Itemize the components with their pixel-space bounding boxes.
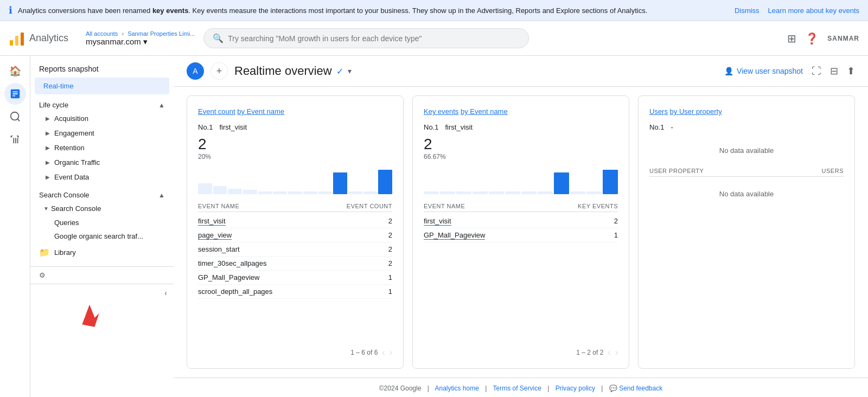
library-icon: 📁 [39, 247, 50, 258]
key-event-name-label[interactable]: Event name [470, 107, 507, 116]
ke-next-page-button[interactable]: › [615, 348, 618, 357]
event-name-label[interactable]: Event name [247, 107, 284, 116]
sidebar-collapse-button[interactable]: ‹ [30, 284, 174, 302]
key-events-pagination: 1 – 2 of 2 ‹ › [424, 343, 618, 357]
sidebar-item-library[interactable]: 📁 Library [30, 243, 174, 262]
realtime-nav-item[interactable]: Real-time [35, 78, 169, 94]
bar-1 [198, 183, 212, 194]
fullscreen-icon[interactable]: ⛶ [812, 66, 821, 77]
key-events-label[interactable]: Key events [424, 107, 458, 116]
search-input[interactable] [228, 34, 520, 43]
title-dropdown-icon[interactable]: ▾ [348, 67, 352, 75]
terms-link[interactable]: Terms of Service [493, 385, 541, 392]
table-row: first_visit 2 [424, 214, 618, 228]
search-console-parent[interactable]: ▼ Search Console [30, 201, 174, 216]
explore-nav-icon[interactable] [4, 106, 26, 127]
help-icon[interactable]: ❓ [805, 32, 819, 45]
snapshot-person-icon: 👤 [724, 67, 733, 75]
mini-bar-chart [198, 167, 392, 194]
search-console-chevron-icon: ▲ [158, 191, 165, 199]
event-count-label[interactable]: Event count [198, 107, 235, 116]
sidebar-item-event-data[interactable]: ▶ Event Data [30, 170, 174, 184]
col-key-events: KEY EVENTS [578, 203, 618, 209]
ke-prev-page-button[interactable]: ‹ [608, 348, 610, 357]
ke-bar-2 [440, 191, 455, 194]
ke-bar-highlight-1 [554, 172, 569, 194]
lifecycle-section-header[interactable]: Life cycle ▲ [30, 94, 174, 111]
key-events-card-title: Key events by Event name [424, 107, 618, 117]
content-header-right: 👤 View user snapshot ⛶ ⊟ ⬆ [724, 65, 855, 77]
add-comparison-button[interactable]: + [210, 62, 228, 80]
row-val-2: 2 [388, 231, 392, 239]
ke-bar-10 [570, 191, 585, 194]
dismiss-button[interactable]: Dismiss [735, 7, 760, 15]
table-row: session_start 2 [198, 242, 392, 257]
bar-6 [273, 191, 287, 194]
prev-page-button[interactable]: ‹ [382, 348, 385, 357]
breadcrumb: All accounts › Sanmar Properties Limi... [86, 30, 195, 37]
share-icon[interactable]: ⬆ [847, 65, 855, 77]
sidebar-item-google-organic[interactable]: Google organic search traf... [30, 229, 174, 243]
advertising-nav-icon[interactable] [4, 129, 26, 150]
event-count-metric: 2 [198, 136, 392, 153]
ke-bar-5 [489, 191, 504, 194]
ke-val-1: 2 [614, 217, 618, 225]
reports-nav-icon[interactable] [4, 83, 26, 105]
users-card: Users by User property No.1 - No data av… [638, 95, 855, 369]
compare-columns-icon[interactable]: ⊟ [830, 65, 838, 77]
svg-point-3 [10, 112, 18, 120]
global-search[interactable]: 🔍 [203, 28, 529, 48]
user-property-label[interactable]: User property [679, 107, 722, 116]
banner-text: Analytics conversions have been renamed … [18, 7, 729, 15]
search-console-section-header[interactable]: Search Console ▲ [30, 184, 174, 201]
row-name-first-visit: first_visit [198, 217, 226, 225]
acquisition-label: Acquisition [54, 114, 88, 123]
main-layout: 🏠 Reports snapshot Real-time Life cycle … [0, 56, 868, 397]
table-row: GP_Mall_Pageview 1 [198, 271, 392, 285]
event-count-card: Event count by Event name No.1 first_vis… [187, 95, 404, 369]
key-events-pct: 66.67% [424, 153, 618, 161]
ke-val-2: 1 [614, 231, 618, 239]
ke-bar-8 [538, 191, 553, 194]
col-users: USERS [822, 168, 844, 174]
home-nav-icon[interactable]: 🏠 [4, 60, 26, 82]
sanmar-logo: SANMAR [827, 35, 859, 42]
property-selector[interactable]: mysanmar.com ▾ [86, 37, 195, 47]
sidebar-item-retention[interactable]: ▶ Retention [30, 140, 174, 155]
key-events-card: Key events by Event name No.1 first_visi… [412, 95, 629, 369]
col-ke-event-name: EVENT NAME [424, 203, 465, 209]
event-data-label: Event Data [54, 173, 89, 181]
col-event-count-label: EVENT COUNT [347, 203, 392, 209]
bar-12 [363, 191, 378, 194]
row-val-1: 2 [388, 217, 392, 225]
page-title-area: Realtime overview ✓ ▾ [234, 64, 352, 78]
sidebar-item-organic-traffic[interactable]: ▶ Organic Traffic [30, 155, 174, 170]
bar-8 [303, 191, 317, 194]
row-val-4: 2 [388, 259, 392, 267]
row-val-6: 1 [388, 287, 392, 296]
send-feedback-link[interactable]: Send feedback [619, 385, 662, 392]
user-avatar[interactable]: A [187, 62, 204, 80]
tri-icon: ▶ [46, 159, 50, 165]
privacy-link[interactable]: Privacy policy [556, 385, 595, 392]
row-name-scroll: scrool_depth_all_pages [198, 287, 272, 296]
analytics-home-link[interactable]: Analytics home [435, 385, 479, 392]
apps-grid-icon[interactable]: ⊞ [787, 32, 796, 45]
verified-icon: ✓ [336, 66, 343, 76]
row-name-gp-mall: GP_Mall_Pageview [198, 273, 259, 281]
sidebar: Reports snapshot Real-time Life cycle ▲ … [30, 56, 174, 397]
info-icon: ℹ [9, 4, 12, 16]
next-page-button[interactable]: › [390, 348, 392, 357]
users-label[interactable]: Users [649, 107, 668, 116]
all-accounts-link[interactable]: All accounts [86, 30, 118, 37]
view-user-snapshot-button[interactable]: 👤 View user snapshot [724, 67, 803, 75]
footer-sep-2: | [485, 385, 487, 392]
sidebar-item-acquisition[interactable]: ▶ Acquisition [30, 111, 174, 126]
learn-more-link[interactable]: Learn more about key events [768, 7, 859, 15]
settings-item[interactable]: ⚙ [30, 266, 174, 284]
sidebar-item-engagement[interactable]: ▶ Engagement [30, 126, 174, 140]
copyright-text: ©2024 Google [379, 385, 422, 392]
users-table-header: USER PROPERTY USERS [649, 165, 844, 177]
sidebar-item-queries[interactable]: Queries [30, 216, 174, 229]
users-no1: No.1 - [649, 123, 844, 131]
